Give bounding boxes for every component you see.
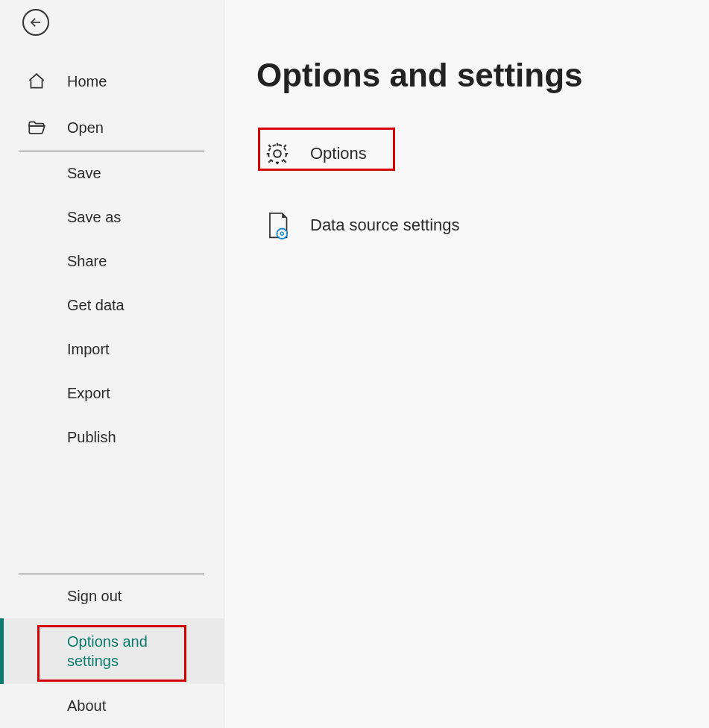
sidebar-item-label: Share xyxy=(67,253,107,270)
sidebar-item-label: Export xyxy=(67,385,110,402)
sidebar-item-label: Open xyxy=(67,119,104,136)
page-title: Options and settings xyxy=(256,57,709,94)
sidebar-item-save-as[interactable]: Save as xyxy=(0,195,224,239)
sidebar-item-label: Get data xyxy=(67,297,125,314)
option-label: Options xyxy=(310,144,367,163)
sidebar-item-export[interactable]: Export xyxy=(0,371,224,415)
main-content: Options and settings Options Data sou xyxy=(224,0,709,728)
sidebar-item-sign-out[interactable]: Sign out xyxy=(0,574,224,618)
svg-point-2 xyxy=(268,145,286,163)
svg-point-1 xyxy=(274,150,281,157)
sidebar-item-label: Save xyxy=(67,165,101,182)
sidebar-item-share[interactable]: Share xyxy=(0,239,224,283)
option-options[interactable]: Options xyxy=(256,130,709,178)
arrow-left-icon xyxy=(29,16,42,29)
sidebar-item-about[interactable]: About xyxy=(0,684,224,728)
svg-point-3 xyxy=(277,228,287,239)
home-icon xyxy=(27,72,46,91)
sidebar-item-publish[interactable]: Publish xyxy=(0,415,224,459)
sidebar-item-import[interactable]: Import xyxy=(0,327,224,371)
option-data-source-settings[interactable]: Data source settings xyxy=(256,200,709,251)
sidebar-item-open[interactable]: Open xyxy=(0,104,224,151)
sidebar-item-save[interactable]: Save xyxy=(0,151,224,195)
sidebar-item-get-data[interactable]: Get data xyxy=(0,283,224,327)
sidebar-item-home[interactable]: Home xyxy=(0,58,224,104)
sidebar-item-options-settings[interactable]: Options and settings xyxy=(0,618,224,684)
sidebar-item-label: Publish xyxy=(67,429,116,446)
data-source-icon xyxy=(264,210,291,240)
sidebar: Home Open Save Save as Share G xyxy=(0,0,224,728)
sidebar-item-label: Sign out xyxy=(67,588,122,605)
sidebar-item-label: About xyxy=(67,697,106,715)
sidebar-item-label: Import xyxy=(67,341,110,358)
sidebar-menu: Home Open Save Save as Share G xyxy=(0,58,224,728)
sidebar-item-label: Save as xyxy=(67,209,121,226)
sidebar-item-label: Options and settings xyxy=(67,632,164,671)
option-label: Data source settings xyxy=(310,216,460,235)
sidebar-item-label: Home xyxy=(67,73,107,90)
back-button[interactable] xyxy=(22,9,49,36)
folder-open-icon xyxy=(27,118,46,137)
gear-icon xyxy=(264,140,291,167)
